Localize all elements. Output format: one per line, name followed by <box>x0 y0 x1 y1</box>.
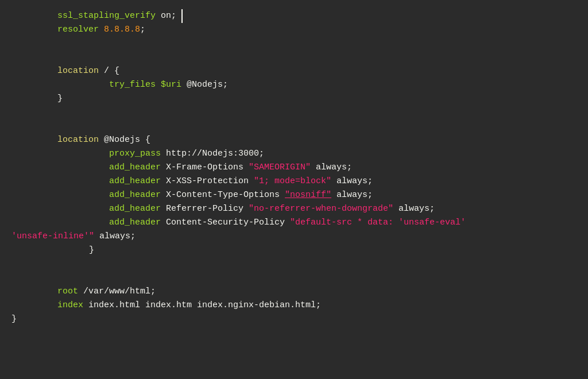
plain-text: X-Frame-Options <box>161 161 249 175</box>
keyword-add-header-content: add_header <box>109 188 161 202</box>
empty-line <box>0 119 588 133</box>
plain-text: /var/www/html; <box>78 285 156 299</box>
code-line-try-files: try_files $uri @Nodejs; <box>0 78 588 92</box>
code-line-location-nodejs: location @Nodejs { <box>0 133 588 147</box>
value-referrer: "no-referrer-when-downgrade" <box>249 202 393 216</box>
plain-text: Content-Security-Policy <box>161 216 290 230</box>
plain-text: index.html index.htm index.nginx-debian.… <box>83 299 321 312</box>
code-line-header-content-type: add_header X-Content-Type-Options "nosni… <box>0 188 588 202</box>
value-xss: "1; mode=block" <box>254 175 331 188</box>
keyword-root: root <box>57 285 78 299</box>
plain-text: http://Nodejs:3000; <box>161 147 264 161</box>
plain-text: @Nodejs { <box>99 133 150 147</box>
keyword-add-header: add_header <box>109 161 161 175</box>
empty-line <box>0 257 588 271</box>
cursor <box>176 9 183 23</box>
keyword-resolver: resolver <box>57 23 99 37</box>
code-line-csp-cont: 'unsafe-inline'" always; <box>0 230 588 243</box>
code-editor[interactable]: ssl_stapling_verify on; resolver 8.8.8.8… <box>0 0 588 379</box>
code-line-close-nodejs: } <box>0 243 588 257</box>
empty-line <box>0 37 588 51</box>
code-line-location-root: location / { <box>0 64 588 78</box>
plain-text: X-XSS-Protection <box>161 175 254 188</box>
plain-text: X-Content-Type-Options <box>161 188 285 202</box>
plain-text: always; <box>94 230 136 243</box>
value-csp-start: "default-src * data: 'unsafe-eval' <box>290 216 466 230</box>
plain-text: @Nodejs; <box>181 78 228 92</box>
plain-text: ; <box>140 23 145 37</box>
keyword-location-nodejs: location <box>57 133 99 147</box>
keyword-location: location <box>57 64 99 78</box>
empty-line <box>0 51 588 64</box>
plain-text <box>156 78 161 92</box>
code-line-index: index index.html index.htm index.nginx-d… <box>0 299 588 312</box>
code-line-root: root /var/www/html; <box>0 285 588 299</box>
keyword-ssl-stapling: ssl_stapling_verify <box>57 9 156 23</box>
plain-text: always; <box>393 202 435 216</box>
code-line-2: resolver 8.8.8.8; <box>0 23 588 37</box>
code-line-header-referrer: add_header Referrer-Policy "no-referrer-… <box>0 202 588 216</box>
plain-text: } <box>89 243 94 257</box>
keyword-add-header-referrer: add_header <box>109 202 161 216</box>
keyword-try-files: try_files <box>109 78 156 92</box>
empty-line <box>0 106 588 119</box>
code-line-outer-close: } <box>0 312 588 326</box>
value-ip: 8.8.8.8 <box>104 23 140 37</box>
keyword-add-header-xss: add_header <box>109 175 161 188</box>
plain-text: / { <box>99 64 119 78</box>
plain-text: always; <box>311 161 352 175</box>
value-uri: $uri <box>161 78 181 92</box>
value-sameorigin: "SAMEORIGIN" <box>249 161 311 175</box>
code-line-1: ssl_stapling_verify on; <box>0 9 588 23</box>
plain-text: on; <box>156 9 176 23</box>
keyword-add-header-csp: add_header <box>109 216 161 230</box>
value-nosniff: "nosniff" <box>285 188 331 202</box>
plain-text: always; <box>331 175 373 188</box>
code-line-close-brace-1: } <box>0 92 588 106</box>
empty-line <box>0 271 588 285</box>
plain-text: } <box>11 312 17 326</box>
plain-text: Referrer-Policy <box>161 202 249 216</box>
keyword-proxy-pass: proxy_pass <box>109 147 161 161</box>
plain-text <box>99 23 104 37</box>
code-line-header-xss: add_header X-XSS-Protection "1; mode=blo… <box>0 175 588 188</box>
code-line-proxy-pass: proxy_pass http://Nodejs:3000; <box>0 147 588 161</box>
keyword-index: index <box>57 299 83 312</box>
plain-text: always; <box>331 188 373 202</box>
plain-text: } <box>57 92 63 106</box>
code-line-header-frame: add_header X-Frame-Options "SAMEORIGIN" … <box>0 161 588 175</box>
code-line-header-csp: add_header Content-Security-Policy "defa… <box>0 216 588 230</box>
value-csp-end: 'unsafe-inline'" <box>11 230 94 243</box>
